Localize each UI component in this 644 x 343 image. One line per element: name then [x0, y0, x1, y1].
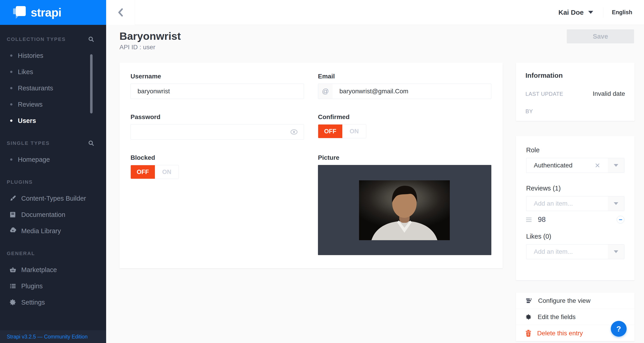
locale-label[interactable]: English: [612, 9, 632, 16]
sidebar-item-content-types-builder[interactable]: Content-Types Builder: [0, 190, 106, 206]
chevron-down-icon: [588, 11, 593, 14]
sidebar-item-label: Settings: [21, 299, 45, 306]
list-icon: [9, 282, 17, 290]
confirmed-field-group: Confirmed OFF ON: [318, 113, 491, 140]
role-label: Role: [526, 146, 624, 154]
clear-role-button[interactable]: [594, 162, 600, 168]
back-button[interactable]: [106, 0, 135, 25]
sidebar-item-label: Homepage: [18, 156, 50, 163]
sidebar-item-plugins[interactable]: Plugins: [0, 278, 106, 294]
picture-label: Picture: [318, 154, 491, 162]
toggle-password-visibility-button[interactable]: [290, 129, 298, 135]
likes-placeholder: Add an item...: [526, 248, 573, 255]
sidebar-item-documentation[interactable]: Documentation: [0, 206, 106, 223]
password-label: Password: [130, 113, 304, 122]
version-link[interactable]: Strapi v3.2.5 — Community Edition: [7, 334, 88, 340]
sidebar-scrollbar-thumb[interactable]: [90, 54, 92, 113]
strapi-logo-icon: [13, 6, 26, 19]
sidebar-item-label: Plugins: [21, 282, 43, 290]
bullet-icon: [10, 158, 12, 161]
password-input[interactable]: [131, 125, 304, 139]
username-input[interactable]: [131, 84, 304, 99]
sidebar-item-label: Likes: [18, 68, 33, 76]
save-button[interactable]: Save: [567, 29, 634, 43]
user-menu[interactable]: Kai Doe: [558, 9, 593, 16]
content-area: Baryonwrist API ID : user Save Username …: [106, 25, 644, 343]
reviews-add-item-select[interactable]: Add an item...: [526, 196, 624, 211]
sidebar-item-media-library[interactable]: Media Library: [0, 223, 106, 239]
bullet-icon: [10, 71, 12, 73]
sidebar-item-label: Histories: [18, 52, 43, 60]
picture-preview[interactable]: [318, 165, 491, 255]
trash-icon: [526, 330, 531, 337]
general-title: GENERAL: [7, 251, 35, 256]
sidebar-item-label: Content-Types Builder: [21, 195, 86, 202]
role-value: Authenticated: [526, 162, 572, 169]
help-button[interactable]: ?: [611, 321, 626, 337]
sidebar: strapi COLLECTION TYPES Histories Likes …: [0, 0, 106, 343]
toggle-off-segment[interactable]: OFF: [318, 125, 342, 138]
blocked-field-group: Blocked OFF ON: [130, 154, 304, 255]
email-field-group: Email @: [318, 73, 491, 99]
bullet-icon: [10, 120, 12, 122]
by-label: BY: [526, 108, 533, 115]
reviews-label: Reviews (1): [526, 185, 624, 192]
section-general: GENERAL Marketplace Plugins: [0, 249, 106, 310]
close-icon: [594, 166, 600, 169]
portrait-illustration: [359, 180, 450, 240]
likes-select-caret-zone[interactable]: [608, 244, 624, 259]
email-label: Email: [318, 73, 491, 81]
sidebar-item-settings[interactable]: Settings: [0, 294, 106, 310]
topbar: Kai Doe English: [106, 0, 644, 25]
strapi-admin-screen: strapi COLLECTION TYPES Histories Likes …: [0, 0, 644, 343]
sidebar-item-label: Documentation: [21, 211, 65, 218]
last-update-label: LAST UPDATE: [526, 91, 563, 97]
sidebar-item-users[interactable]: Users: [0, 113, 106, 129]
at-icon: @: [318, 84, 332, 99]
bullet-icon: [10, 87, 12, 89]
blocked-label: Blocked: [130, 154, 304, 162]
username-field-group: Username: [130, 73, 304, 99]
reviews-select-caret-zone[interactable]: [608, 196, 624, 211]
logo-bar[interactable]: strapi: [0, 0, 106, 25]
toggle-on-segment[interactable]: ON: [155, 165, 178, 179]
toggle-on-segment[interactable]: ON: [342, 125, 366, 138]
chevron-down-icon: [614, 250, 618, 253]
user-name: Kai Doe: [558, 9, 584, 16]
likes-add-item-select[interactable]: Add an item...: [526, 244, 624, 259]
confirmed-toggle[interactable]: OFF ON: [318, 124, 366, 138]
toggle-off-segment[interactable]: OFF: [131, 165, 155, 179]
role-select[interactable]: Authenticated: [526, 158, 624, 173]
search-icon[interactable]: [88, 36, 94, 43]
bullet-icon: [10, 103, 12, 106]
last-update-value: Invalid date: [593, 90, 625, 97]
blocked-toggle[interactable]: OFF ON: [130, 165, 179, 179]
single-types-title: SINGLE TYPES: [7, 140, 50, 146]
eye-icon: [290, 132, 298, 136]
relations-card: Role Authenticated Reviews (1) Add an it…: [516, 136, 634, 280]
sliders-icon: [526, 298, 532, 304]
cloud-upload-icon: [9, 227, 17, 235]
gear-icon: [9, 299, 17, 306]
likes-label: Likes (0): [526, 233, 624, 240]
information-title: Information: [526, 72, 625, 79]
gear-icon: [526, 314, 532, 320]
email-input[interactable]: [332, 84, 491, 99]
reviews-placeholder: Add an item...: [526, 200, 573, 207]
plugins-title: PLUGINS: [7, 179, 33, 185]
role-select-caret-zone[interactable]: [608, 158, 624, 173]
username-label: Username: [130, 73, 304, 81]
drag-handle-icon[interactable]: [526, 218, 532, 222]
confirmed-label: Confirmed: [318, 113, 491, 122]
sidebar-item-label: Restaurants: [18, 85, 53, 92]
password-field-group: Password: [130, 113, 304, 140]
search-icon[interactable]: [88, 140, 94, 146]
chevron-down-icon: [614, 202, 618, 205]
review-list-item[interactable]: 98 −: [526, 211, 624, 228]
sidebar-item-label: Reviews: [18, 101, 43, 108]
chevron-left-icon: [117, 8, 124, 17]
sidebar-item-marketplace[interactable]: Marketplace: [0, 262, 106, 278]
configure-view-link[interactable]: Configure the view: [516, 293, 634, 309]
sidebar-item-homepage[interactable]: Homepage: [0, 151, 106, 168]
remove-review-button[interactable]: −: [617, 216, 624, 223]
